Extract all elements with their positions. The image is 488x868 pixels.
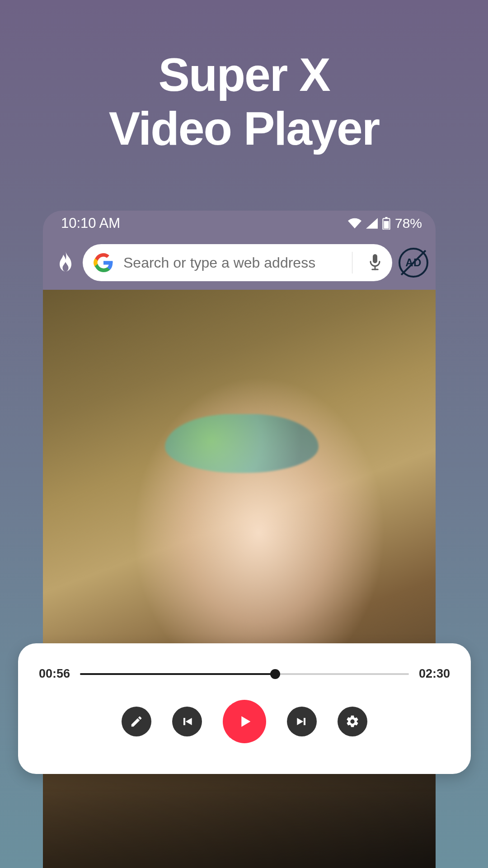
ad-block-button[interactable]: AD	[399, 248, 428, 278]
time-elapsed: 00:56	[39, 667, 70, 681]
progress-track[interactable]	[80, 673, 409, 675]
status-time: 10:10 AM	[61, 215, 120, 231]
pencil-icon	[130, 715, 143, 728]
cellular-icon	[366, 218, 378, 229]
browser-bar: AD	[43, 236, 436, 290]
progress-row: 00:56 02:30	[39, 667, 450, 681]
edit-button[interactable]	[122, 707, 151, 736]
battery-icon	[382, 217, 390, 230]
settings-button[interactable]	[338, 707, 367, 736]
hero-title: Super X Video Player	[0, 48, 488, 155]
previous-button[interactable]	[172, 707, 202, 736]
player-panel: 00:56 02:30	[18, 643, 471, 774]
svg-rect-2	[384, 221, 389, 228]
skip-next-icon	[295, 714, 309, 729]
mic-icon[interactable]	[362, 254, 388, 272]
gear-icon	[345, 714, 360, 729]
video-frame[interactable]	[43, 290, 436, 868]
battery-percent: 78%	[395, 216, 422, 231]
player-controls	[39, 700, 450, 743]
wifi-icon	[348, 218, 361, 229]
search-input[interactable]	[123, 255, 342, 271]
hero-title-line1: Super X	[159, 48, 330, 101]
play-icon	[235, 712, 253, 731]
hero-title-line2: Video Player	[109, 102, 379, 155]
hero-section: Super X Video Player	[0, 0, 488, 155]
ad-block-slash-icon	[401, 250, 427, 276]
search-divider	[352, 252, 352, 274]
status-bar: 10:10 AM 78%	[43, 211, 436, 236]
progress-thumb[interactable]	[270, 669, 280, 679]
google-logo-icon	[94, 253, 113, 273]
search-pill[interactable]	[83, 244, 392, 281]
time-total: 02:30	[419, 667, 450, 681]
svg-rect-3	[373, 254, 377, 263]
video-bottom-shade	[43, 290, 436, 868]
flame-icon[interactable]	[55, 251, 76, 274]
progress-fill	[80, 673, 275, 675]
play-button[interactable]	[223, 700, 266, 743]
skip-previous-icon	[180, 714, 194, 729]
next-button[interactable]	[287, 707, 317, 736]
status-right: 78%	[348, 216, 422, 231]
